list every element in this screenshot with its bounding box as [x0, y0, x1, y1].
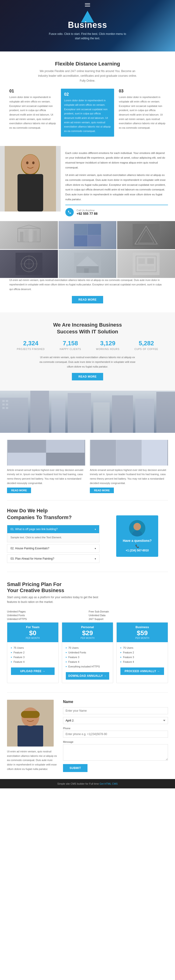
name-input[interactable]	[63, 707, 168, 714]
col2-num: 02	[64, 92, 111, 97]
call-number: +92 555 77 88	[77, 212, 98, 215]
faq-heading: How Do We HelpCompanies To Transform?	[7, 508, 99, 521]
svg-rect-48	[2, 404, 5, 406]
gallery-caption: Ut enim ad minim veniam, quis nostrud ex…	[0, 278, 175, 292]
person-section: Each color exudes different emotions for…	[0, 146, 175, 221]
person-content: Each color exudes different emotions for…	[61, 146, 175, 221]
stat-label-2: HAPPY CLIENTS	[60, 348, 81, 350]
personal-feat-2: Unlimited Fonts	[66, 650, 109, 655]
stats-read-more-button[interactable]: READ MORE	[72, 373, 103, 380]
blog-card-2-text: Article emanet annuit topikos highest ev…	[90, 468, 168, 485]
call-box: Call Us Anytime +92 555 77 88	[65, 205, 168, 216]
gallery-item-5	[58, 250, 117, 278]
blog-card-1: Article emanet annuit topikos highest ev…	[7, 440, 85, 493]
stats-section: We Are Increasing BusinessSuccess With I…	[0, 312, 175, 391]
flex-col-1: 01 Lorem dolor doler in reprehenderit in…	[9, 89, 56, 137]
svg-rect-34	[138, 258, 145, 264]
phone-input[interactable]	[63, 730, 168, 738]
feat-2: Unlimited Fonts	[7, 614, 86, 617]
blog-card-2-read-more[interactable]: READ MORE	[90, 488, 114, 493]
svg-rect-39	[30, 391, 49, 433]
svg-rect-17	[87, 235, 101, 247]
pricing-card-personal: Personal $29 PER MONTH 75 Users Unlimite…	[62, 622, 114, 683]
faq-question-2-text: 02. House Painting Essentials?	[11, 547, 49, 550]
pricing-btn-team[interactable]: Upload Free →	[11, 667, 55, 675]
faq-question-2[interactable]: 02. House Painting Essentials? ▾	[7, 544, 99, 552]
submit-button[interactable]: SUBMIT	[63, 764, 87, 772]
form-group-message: Message	[63, 740, 168, 761]
svg-point-64	[132, 530, 142, 536]
pricing-row: For Team $0 PER MONTH 75 Users Feature 2…	[7, 622, 168, 683]
flexible-heading: Flexible Distance Learning	[9, 61, 166, 67]
gallery-caption-text: Ut enim ad minim veniam, quis nostrud ex…	[9, 278, 166, 292]
per-month-business: PER MONTH	[120, 637, 165, 640]
col3-text: Lorem dolor doler in reprehenderit in vo…	[119, 95, 166, 130]
pricing-btn-business[interactable]: Proceed Annually →	[120, 667, 164, 675]
hero-nav	[0, 3, 175, 6]
faq-question-1-text: 01. What is off page seo link building?	[11, 528, 58, 531]
stats-heading: We Are Increasing BusinessSuccess With I…	[9, 322, 166, 335]
gallery	[0, 221, 175, 278]
feat-5: Unlimited Data	[89, 614, 168, 617]
svg-rect-42	[93, 402, 110, 433]
svg-rect-58	[90, 440, 116, 466]
gallery-read-more-wrapper: READ MORE	[0, 292, 175, 312]
person-para2: Ut enim ad minim veniam, quis nostrud ex…	[65, 173, 168, 202]
hero-section: Business Fusce odio. Click to start. Fin…	[0, 0, 175, 51]
pricing-price-business: $59	[120, 629, 165, 637]
team-feat-2: Feature 2	[11, 650, 55, 655]
contact-left: Ut enim ad minim veniam, quis nostrud ex…	[7, 700, 58, 772]
blog-card-1-read-more[interactable]: READ MORE	[7, 488, 31, 493]
gallery-item-4	[0, 250, 58, 278]
pricing-card-business: Business $59 PER MONTH 75 Users Feature …	[117, 622, 168, 683]
footer-link[interactable]: Get HTML CMS	[99, 782, 118, 785]
call-text: Call Us Anytime +92 555 77 88	[77, 209, 98, 215]
pricing-body-business: 75 Users Feature 2 Feature 3 Feature 4 P…	[117, 642, 168, 678]
svg-rect-9	[20, 232, 23, 242]
svg-rect-16	[74, 235, 87, 247]
stat-item-1: 2,324 PROJECTS FINISHED	[17, 340, 45, 350]
per-month-personal: PER MONTH	[65, 637, 110, 640]
svg-point-4	[26, 161, 28, 164]
svg-rect-55	[8, 453, 46, 466]
stat-label-3: WORKING HOURS	[96, 348, 120, 350]
col1-num: 01	[9, 89, 56, 94]
faq-right: Have a questions? 📞 +1 (234) 567-8910	[106, 508, 168, 565]
pricing-subtitle: Start using static.app as a platform for…	[7, 595, 100, 605]
message-textarea[interactable]	[63, 744, 168, 760]
svg-rect-49	[6, 404, 8, 406]
personal-feat-4: Feature 4	[66, 660, 109, 664]
pricing-header-business: Business $59 PER MONTH	[117, 622, 168, 642]
faq-left: How Do We HelpCompanies To Transform? 01…	[7, 508, 99, 565]
name-select[interactable]: April J.	[63, 717, 168, 724]
svg-rect-53	[8, 440, 46, 453]
stats-row: 2,324 PROJECTS FINISHED 7,158 HAPPY CLIE…	[9, 340, 166, 350]
faq-question-3-text: 03. Plan Ahead for Home Painting?	[11, 557, 54, 560]
svg-rect-38	[0, 398, 28, 433]
faq-question-1[interactable]: 01. What is off page seo link building? …	[7, 525, 99, 533]
flex-cols: 01 Lorem dolor doler in reprehenderit in…	[9, 89, 166, 137]
svg-rect-45	[156, 392, 175, 433]
team-feat-3: Feature 3	[11, 655, 55, 660]
message-label: Message	[63, 740, 168, 743]
faq-question-3[interactable]: 03. Plan Ahead for Home Painting? ▾	[7, 555, 99, 563]
phone-icon	[65, 208, 74, 216]
footer-text: Simple site CMS builder for Full time	[57, 782, 99, 785]
form-group-name	[63, 707, 168, 714]
pricing-btn-personal[interactable]: Download Annually →	[66, 672, 109, 679]
hamburger-menu[interactable]	[85, 3, 90, 6]
svg-rect-50	[2, 407, 5, 409]
hero-logo-area: Business Fusce odio. Click to start. Fin…	[48, 11, 127, 41]
pricing-features-personal: 75 Users Unlimited Fonts Feature 3 Featu…	[66, 646, 109, 669]
contact-form-heading: Name	[63, 700, 168, 704]
svg-rect-54	[46, 440, 85, 453]
team-feat-4: Feature 4	[11, 660, 55, 664]
stat-number-3: 3,129	[96, 340, 120, 347]
svg-rect-60	[142, 440, 167, 466]
svg-rect-44	[136, 399, 154, 433]
stat-item-4: 5,282 CUPS OF COFFEE	[134, 340, 158, 350]
gallery-read-more-button[interactable]: READ MORE	[72, 296, 103, 304]
gallery-item-1	[0, 221, 58, 249]
phone-label: Phone	[63, 727, 168, 730]
svg-point-3	[22, 154, 39, 174]
